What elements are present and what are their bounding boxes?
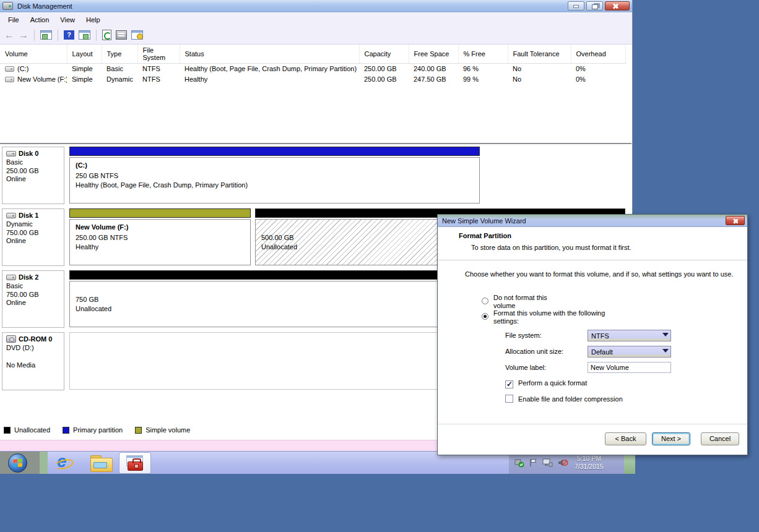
action-center-icon[interactable]	[514, 458, 524, 468]
properties-icon[interactable]	[116, 30, 127, 40]
wizard-close-button[interactable]	[726, 216, 745, 225]
menu-file[interactable]: File	[2, 14, 25, 25]
forward-icon[interactable]: →	[19, 30, 28, 40]
allocation-unit-size-select[interactable]: Default	[588, 346, 671, 358]
refresh-icon[interactable]	[102, 30, 111, 40]
cell-fs: NTFS	[137, 64, 180, 74]
legend-label: Simple volume	[145, 426, 190, 434]
cell-capacity: 250.00 GB	[359, 64, 409, 74]
disk-status: Online	[6, 175, 60, 184]
disk-icon	[6, 275, 16, 280]
col-layout[interactable]: Layout	[67, 45, 102, 64]
start-button[interactable]	[8, 453, 27, 473]
file-system-value: NTFS	[591, 332, 609, 340]
wizard-title: New Simple Volume Wizard	[442, 217, 526, 225]
cell-pct-free: 99 %	[458, 74, 508, 85]
cell-fs: NTFS	[137, 74, 180, 85]
quick-format-label[interactable]: Perform a quick format	[518, 379, 588, 387]
cell-status: Healthy	[180, 74, 359, 85]
quick-format-checkbox[interactable]	[505, 380, 513, 388]
col-status[interactable]: Status	[180, 45, 359, 64]
disk-icon	[6, 151, 16, 157]
partition-f[interactable]: New Volume (F:) 250.00 GB NTFS Healthy	[69, 208, 251, 266]
compression-checkbox[interactable]	[505, 395, 513, 403]
help-icon[interactable]	[64, 30, 74, 40]
action-pane-icon[interactable]	[79, 30, 90, 40]
pane-divider[interactable]	[0, 143, 631, 144]
col-type[interactable]: Type	[102, 45, 137, 64]
radio-do-not-format-label[interactable]: Do not format this volume	[493, 294, 565, 309]
col-volume[interactable]: Volume	[0, 45, 67, 64]
menu-view[interactable]: View	[54, 14, 80, 25]
cdrom-label[interactable]: CD-ROM 0 DVD (D:) No Media	[2, 332, 64, 390]
internet-explorer-icon[interactable]	[53, 453, 73, 472]
table-row[interactable]: (C:) Simple Basic NTFS Healthy (Boot, Pa…	[0, 64, 625, 74]
back-icon[interactable]: ←	[4, 30, 14, 40]
volume-icon	[5, 77, 14, 82]
titlebar[interactable]: Disk Management	[0, 0, 632, 12]
tray-clock[interactable]: 5:10 PM 7/31/2015	[575, 455, 604, 471]
active-task-button-disk-management[interactable]	[119, 452, 151, 474]
menubar: File Action View Help	[0, 13, 632, 26]
table-row[interactable]: New Volume (F:) Simple Dynamic NTFS Heal…	[0, 74, 625, 85]
toolbar-separator	[58, 30, 58, 41]
toolbar: ← →	[0, 26, 632, 45]
compression-label[interactable]: Enable file and folder compression	[518, 395, 692, 403]
cell-overhead: 0%	[571, 64, 625, 74]
col-fault-tolerance[interactable]: Fault Tolerance	[508, 45, 571, 64]
partition-c[interactable]: (C:) 250 GB NTFS Healthy (Boot, Page Fil…	[69, 147, 480, 204]
volume-list: Volume Layout Type File System Status Ca…	[0, 45, 627, 143]
cell-free: 247.50 GB	[409, 74, 458, 85]
minimize-button[interactable]	[568, 1, 584, 11]
file-explorer-icon[interactable]	[90, 455, 111, 471]
volume-label-label: Volume label:	[505, 364, 546, 371]
col-overhead[interactable]: Overhead	[571, 45, 625, 64]
manage-icon[interactable]	[131, 30, 143, 40]
wizard-separator	[438, 424, 747, 424]
menu-help[interactable]: Help	[80, 14, 106, 25]
disk-type: Basic	[6, 158, 60, 167]
disk-name: Disk 1	[19, 212, 38, 219]
restore-button[interactable]	[586, 1, 603, 11]
cdrom-drive: DVD (D:)	[6, 344, 60, 353]
disk-1-label[interactable]: Disk 1 Dynamic 750.00 GB Online	[2, 208, 64, 266]
network-icon[interactable]	[542, 458, 553, 468]
wizard-separator	[438, 260, 747, 260]
volume-label-input[interactable]	[588, 362, 671, 373]
close-button[interactable]	[605, 1, 630, 11]
col-free-space[interactable]: Free Space	[409, 45, 458, 64]
disk-2-label[interactable]: Disk 2 Basic 750.00 GB Online	[2, 270, 64, 328]
col-capacity[interactable]: Capacity	[359, 45, 409, 64]
menu-action[interactable]: Action	[25, 14, 55, 25]
radio-format-volume-label[interactable]: Format this volume with the following se…	[493, 309, 623, 325]
col-file-system[interactable]: File System	[137, 45, 180, 64]
next-button[interactable]: Next >	[652, 432, 690, 445]
disk-0-label[interactable]: Disk 0 Basic 250.00 GB Online	[2, 147, 64, 204]
toolbar-separator	[96, 30, 97, 41]
back-button[interactable]: < Back	[605, 432, 646, 445]
cell-overhead: 0%	[571, 74, 625, 85]
partition-title: New Volume (F:)	[76, 223, 245, 231]
radio-do-not-format[interactable]	[482, 298, 488, 304]
volume-muted-icon[interactable]	[557, 458, 568, 468]
flag-icon[interactable]	[529, 458, 537, 468]
chevron-down-icon	[662, 333, 669, 337]
toolbox-icon	[128, 461, 143, 471]
console-tree-icon[interactable]	[40, 30, 52, 40]
app-icon	[2, 2, 13, 10]
radio-format-volume[interactable]	[482, 313, 488, 320]
wizard-titlebar[interactable]: New Simple Volume Wizard	[438, 215, 747, 227]
disk-type: Basic	[6, 282, 60, 291]
cdrom-name: CD-ROM 0	[19, 335, 52, 343]
cell-type: Basic	[102, 64, 137, 74]
legend-swatch-primary-partition	[63, 427, 69, 434]
legend-swatch-simple-volume	[135, 427, 142, 434]
cancel-button[interactable]: Cancel	[701, 432, 739, 445]
file-system-select[interactable]: NTFS	[588, 330, 671, 341]
col-pct-free[interactable]: % Free	[458, 45, 508, 64]
cell-layout: Simple	[67, 64, 102, 74]
cdrom-icon	[6, 335, 16, 343]
clock-time: 5:10 PM	[575, 455, 604, 463]
volume-list-header[interactable]: Volume Layout Type File System Status Ca…	[0, 45, 625, 64]
new-simple-volume-wizard-dialog: New Simple Volume Wizard Format Partitio…	[437, 214, 748, 455]
